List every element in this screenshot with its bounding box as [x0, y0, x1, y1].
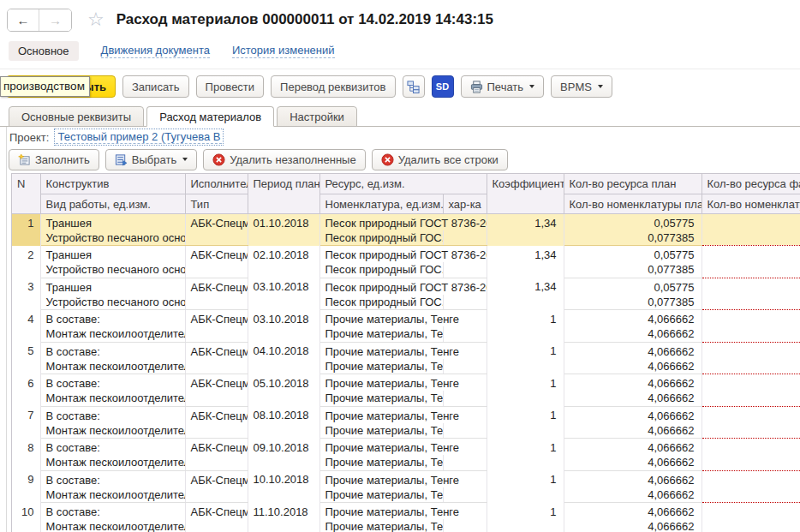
work-type-cell[interactable]: Монтаж пескоилоотделителя...	[40, 391, 185, 406]
row-number-cell[interactable]: 8	[12, 439, 40, 471]
subtab-material-consumption[interactable]: Расход материалов	[146, 106, 274, 127]
row-number-cell[interactable]: 7	[12, 406, 40, 439]
col-resource[interactable]: Ресурс, ед.изм.	[319, 174, 487, 194]
constructive-cell[interactable]: В составе:	[40, 470, 185, 487]
period-cell[interactable]: 09.10.2018	[248, 439, 319, 471]
period-cell[interactable]: 08.10.2018	[248, 406, 319, 439]
constructive-cell[interactable]: В составе:	[40, 503, 185, 520]
type-cell[interactable]	[185, 295, 248, 310]
table-row[interactable]: 9 В составе: АБК-Спецм... 10.10.2018 Про…	[12, 470, 800, 487]
executor-cell[interactable]: АБК-Спецм...	[185, 213, 248, 230]
col-nomenclature[interactable]: Номенклатура, ед.изм.	[319, 194, 443, 213]
type-cell[interactable]	[185, 455, 248, 470]
resource-cell[interactable]: Прочие материалы, Тенге	[319, 503, 487, 520]
executor-cell[interactable]: АБК-Спецм...	[185, 503, 248, 520]
col-n[interactable]: N	[12, 174, 40, 213]
plan-nomenclature-cell[interactable]: 4,066662	[564, 423, 701, 439]
plan-resource-cell[interactable]: 4,066662	[564, 374, 701, 392]
table-row[interactable]: Устройство песчаного основ... Песок прир…	[12, 262, 800, 278]
table-row[interactable]: 7 В составе: АБК-Спецм... 08.10.2018 Про…	[12, 406, 800, 423]
table-row[interactable]: 5 В составе: АБК-Спецм... 04.10.2018 Про…	[12, 342, 800, 359]
period-cell[interactable]: 11.10.2018	[248, 503, 319, 532]
nomenclature-cell[interactable]: Прочие материалы, Те...	[319, 487, 443, 503]
characteristic-cell[interactable]	[443, 423, 487, 439]
col-coefficient[interactable]: Коэффициент	[487, 174, 564, 213]
period-cell[interactable]: 10.10.2018	[248, 470, 319, 503]
row-number-cell[interactable]: 9	[12, 470, 40, 503]
resource-cell[interactable]: Песок природный ГОСТ 8736-201...	[319, 213, 487, 230]
coefficient-cell[interactable]: 1	[487, 406, 564, 439]
plan-resource-cell[interactable]: 0,05775	[564, 278, 701, 295]
constructive-cell[interactable]: В составе:	[40, 374, 185, 392]
characteristic-cell[interactable]	[443, 487, 487, 503]
row-number-cell[interactable]: 3	[12, 278, 40, 310]
resource-cell[interactable]: Прочие материалы, Тенге	[319, 310, 487, 327]
work-type-cell[interactable]: Устройство песчаного основ...	[40, 230, 185, 246]
fact-resource-cell[interactable]	[701, 374, 800, 392]
table-row[interactable]: Устройство песчаного основ... Песок прир…	[12, 230, 800, 246]
nomenclature-cell[interactable]: Прочие материалы, Те...	[319, 359, 443, 374]
print-button[interactable]: Печать	[461, 75, 545, 98]
plan-nomenclature-cell[interactable]: 4,066662	[564, 487, 701, 503]
resource-cell[interactable]: Прочие материалы, Тенге	[319, 406, 487, 423]
executor-cell[interactable]: АБК-Спецм...	[185, 374, 248, 392]
delete-all-rows-button[interactable]: Удалить все строки	[372, 149, 508, 170]
plan-resource-cell[interactable]: 4,066662	[564, 470, 701, 487]
resource-cell[interactable]: Прочие материалы, Тенге	[319, 374, 487, 392]
plan-nomenclature-cell[interactable]: 4,066662	[564, 326, 701, 342]
executor-cell[interactable]: АБК-Спецм...	[185, 246, 248, 263]
plan-resource-cell[interactable]: 4,066662	[564, 439, 701, 456]
table-row[interactable]: Монтаж пескоилоотделителя... Прочие мате…	[12, 423, 800, 439]
fact-resource-cell[interactable]	[701, 406, 800, 423]
save-button[interactable]: Записать	[122, 75, 189, 98]
fact-resource-cell[interactable]	[701, 213, 800, 230]
constructive-cell[interactable]: Траншея	[40, 278, 185, 295]
plan-resource-cell[interactable]: 4,066662	[564, 310, 701, 327]
fact-nomenclature-cell[interactable]	[701, 230, 800, 246]
nomenclature-cell[interactable]: Прочие материалы, Те...	[319, 423, 443, 439]
plan-nomenclature-cell[interactable]: 4,066662	[564, 391, 701, 406]
work-type-cell[interactable]: Монтаж пескоилоотделителя...	[40, 326, 185, 342]
fact-nomenclature-cell[interactable]	[701, 519, 800, 532]
constructive-cell[interactable]: Траншея	[40, 213, 185, 230]
table-row[interactable]: Монтаж пескоилоотделителя... Прочие мате…	[12, 455, 800, 470]
transfer-requisites-button[interactable]: Перевод реквизитов	[271, 75, 395, 98]
project-link[interactable]: Тестовый пример 2 (Тугучева В	[56, 130, 222, 144]
row-number-cell[interactable]: 10	[12, 503, 40, 532]
work-type-cell[interactable]: Монтаж пескоилоотделителя...	[40, 359, 185, 374]
table-row[interactable]: 1 Траншея АБК-Спецм... 01.10.2018 Песок …	[12, 213, 800, 230]
type-cell[interactable]	[185, 487, 248, 503]
back-arrow-icon[interactable]: ←	[8, 9, 39, 31]
period-cell[interactable]: 03.10.2018	[248, 310, 319, 343]
resource-cell[interactable]: Прочие материалы, Тенге	[319, 439, 487, 456]
work-type-cell[interactable]: Монтаж пескоилоотделителя...	[40, 455, 185, 470]
subordination-structure-button[interactable]	[403, 75, 425, 98]
coefficient-cell[interactable]: 1	[487, 342, 564, 374]
col-fact-resource[interactable]: Кол-во ресурса факт	[701, 174, 800, 194]
col-executor[interactable]: Исполнитель	[185, 174, 248, 194]
characteristic-cell[interactable]	[443, 455, 487, 470]
row-number-cell[interactable]: 6	[12, 374, 40, 407]
plan-nomenclature-cell[interactable]: 0,077385	[564, 230, 701, 246]
col-work[interactable]: Вид работы, ед.изм.	[40, 194, 185, 213]
constructive-cell[interactable]: В составе:	[40, 439, 185, 456]
plan-nomenclature-cell[interactable]: 4,066662	[564, 455, 701, 470]
sd-button[interactable]: SD	[432, 75, 454, 98]
coefficient-cell[interactable]: 1,34	[487, 213, 564, 246]
coefficient-cell[interactable]: 1,34	[487, 246, 564, 278]
constructive-cell[interactable]: В составе:	[40, 310, 185, 327]
coefficient-cell[interactable]: 1	[487, 503, 564, 532]
work-type-cell[interactable]: Устройство песчаного основ...	[40, 262, 185, 278]
period-cell[interactable]: 02.10.2018	[248, 246, 319, 278]
fact-resource-cell[interactable]	[701, 470, 800, 487]
fact-nomenclature-cell[interactable]	[701, 326, 800, 342]
fact-nomenclature-cell[interactable]	[701, 391, 800, 406]
table-row[interactable]: Монтаж пескоилоотделителя... Прочие мате…	[12, 519, 800, 532]
resource-cell[interactable]: Прочие материалы, Тенге	[319, 470, 487, 487]
nomenclature-cell[interactable]: Песок природный ГОС...	[319, 230, 443, 246]
row-number-cell[interactable]: 4	[12, 310, 40, 343]
plan-nomenclature-cell[interactable]: 0,077385	[564, 295, 701, 310]
constructive-cell[interactable]: В составе:	[40, 406, 185, 423]
characteristic-cell[interactable]	[443, 326, 487, 342]
tab-main[interactable]: Основное	[9, 41, 79, 61]
